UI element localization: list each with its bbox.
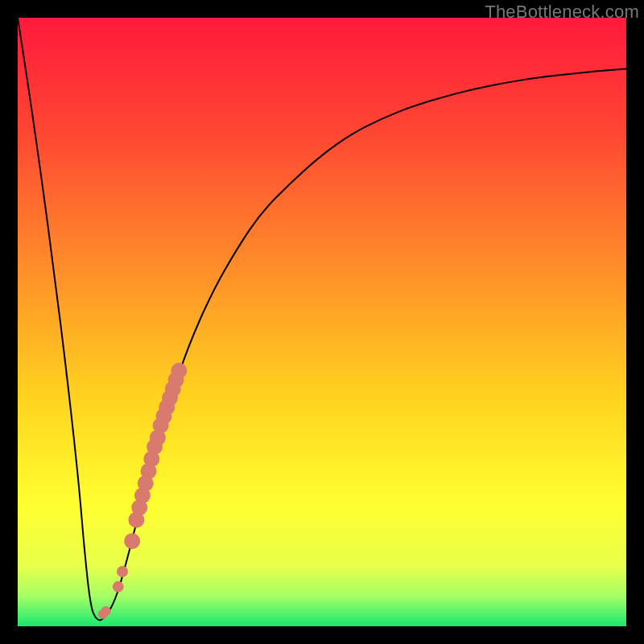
gradient-background	[18, 18, 626, 626]
chart-frame: TheBottleneck.com	[0, 0, 644, 644]
highlight-point	[113, 581, 124, 592]
highlight-point	[101, 606, 111, 616]
highlight-point	[117, 566, 128, 577]
watermark-text: TheBottleneck.com	[485, 2, 639, 23]
plot-area	[18, 18, 626, 626]
chart-svg	[18, 18, 626, 626]
highlight-point	[124, 533, 140, 549]
highlight-point	[171, 362, 187, 378]
